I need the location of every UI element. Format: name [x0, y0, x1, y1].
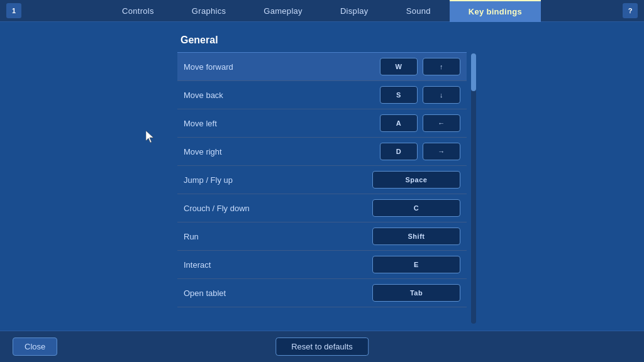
key-bindings-run: Shift [372, 228, 460, 245]
key-btn-interact-0[interactable]: E [372, 256, 460, 273]
setting-label-run: Run [184, 232, 199, 241]
tab-gameplay[interactable]: Gameplay [245, 0, 321, 22]
key-btn-move-back-0[interactable]: S [380, 86, 418, 104]
tab-graphics[interactable]: Graphics [173, 0, 245, 22]
setting-row-move-back: Move backS↓ [177, 81, 467, 109]
tab-sound[interactable]: Sound [387, 0, 450, 22]
reset-button[interactable]: Reset to defaults [275, 337, 369, 356]
key-btn-move-forward-1[interactable]: ↑ [423, 58, 460, 75]
top-nav: 1 ControlsGraphicsGameplayDisplaySoundKe… [0, 0, 644, 22]
bottom-bar: Close Reset to defaults [0, 331, 644, 362]
key-bindings-crouch-fly-down: C [372, 199, 460, 217]
close-button[interactable]: Close [13, 337, 57, 356]
nav-tabs: ControlsGraphicsGameplayDisplaySoundKey … [21, 0, 623, 22]
setting-row-interact: InteractE [177, 251, 467, 279]
settings-list[interactable]: Move forwardW↑Move backS↓Move leftA←Move… [177, 52, 467, 307]
setting-row-move-right: Move rightD→ [177, 138, 467, 166]
setting-label-move-forward: Move forward [184, 62, 233, 72]
key-btn-move-left-0[interactable]: A [380, 114, 418, 132]
setting-row-crouch-fly-down: Crouch / Fly downC [177, 194, 467, 222]
main-content: General Move forwardW↑Move backS↓Move le… [0, 22, 644, 331]
setting-label-interact: Interact [184, 260, 211, 270]
settings-panel: General Move forwardW↑Move backS↓Move le… [177, 35, 467, 318]
key-btn-move-right-1[interactable]: → [423, 143, 460, 160]
key-btn-move-back-1[interactable]: ↓ [423, 86, 460, 104]
key-bindings-move-back: S↓ [380, 86, 460, 104]
scrollbar-thumb[interactable] [471, 53, 476, 91]
tab-keybindings[interactable]: Key bindings [450, 0, 541, 22]
key-btn-run-0[interactable]: Shift [372, 228, 460, 245]
setting-label-jump-fly-up: Jump / Fly up [184, 175, 233, 185]
setting-row-run: RunShift [177, 222, 467, 251]
scrollbar-track[interactable] [471, 53, 476, 324]
key-bindings-move-left: A← [380, 114, 460, 132]
tab-controls[interactable]: Controls [103, 0, 173, 22]
setting-row-open-tablet: Open tabletTab [177, 279, 467, 307]
section-title: General [177, 35, 467, 46]
key-bindings-interact: E [372, 256, 460, 273]
key-btn-move-left-1[interactable]: ← [423, 114, 460, 132]
key-bindings-jump-fly-up: Space [372, 171, 460, 189]
tab-display[interactable]: Display [321, 0, 387, 22]
setting-label-open-tablet: Open tablet [184, 288, 226, 298]
setting-row-move-forward: Move forwardW↑ [177, 53, 467, 81]
key-bindings-move-right: D→ [380, 143, 460, 160]
key-bindings-move-forward: W↑ [380, 58, 460, 75]
key-btn-move-right-0[interactable]: D [380, 143, 418, 160]
key-btn-move-forward-0[interactable]: W [380, 58, 418, 75]
nav-icon-left: 1 [6, 3, 21, 18]
nav-icon-right: ? [623, 3, 638, 18]
key-btn-jump-fly-up-0[interactable]: Space [372, 171, 460, 189]
key-bindings-open-tablet: Tab [372, 284, 460, 302]
setting-label-move-left: Move left [184, 119, 217, 128]
key-btn-crouch-fly-down-0[interactable]: C [372, 199, 460, 217]
setting-label-crouch-fly-down: Crouch / Fly down [184, 204, 250, 213]
setting-row-move-left: Move leftA← [177, 109, 467, 138]
setting-label-move-back: Move back [184, 90, 223, 100]
setting-label-move-right: Move right [184, 147, 222, 156]
setting-row-jump-fly-up: Jump / Fly upSpace [177, 166, 467, 194]
key-btn-open-tablet-0[interactable]: Tab [372, 284, 460, 302]
